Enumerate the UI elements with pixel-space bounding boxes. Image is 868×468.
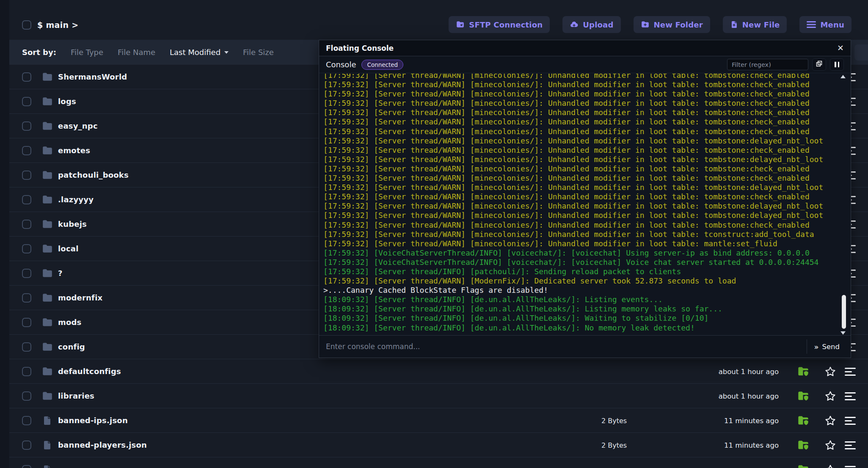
- filter-regex-input[interactable]: [727, 59, 808, 70]
- file-name: mods: [58, 318, 82, 327]
- green-folder-shield-icon[interactable]: [797, 439, 809, 451]
- row-menu-icon[interactable]: [845, 417, 857, 425]
- breadcrumb: $ main >: [37, 20, 78, 30]
- row-checkbox[interactable]: [22, 220, 31, 229]
- sort-option-last-modified[interactable]: Last Modified: [170, 48, 229, 57]
- row-checkbox[interactable]: [22, 416, 31, 425]
- folder-icon: [42, 194, 53, 205]
- file-name: local: [58, 244, 79, 253]
- sortbar-partial-button[interactable]: [854, 44, 868, 61]
- row-checkbox[interactable]: [22, 269, 31, 278]
- file-name: patchouli_books: [58, 171, 129, 179]
- row-checkbox[interactable]: [22, 342, 31, 352]
- console-log-line: [17:59:32] [Server thread/WARN] [minecol…: [323, 239, 850, 248]
- row-checkbox[interactable]: [22, 72, 31, 82]
- console-input-row: » Send: [319, 335, 851, 358]
- sort-by-label: Sort by:: [22, 48, 56, 57]
- green-folder-shield-icon[interactable]: [797, 415, 809, 427]
- folder-icon: [42, 145, 53, 156]
- row-menu-icon[interactable]: [845, 392, 857, 400]
- row-menu-icon[interactable]: [845, 368, 857, 376]
- row-checkbox[interactable]: [22, 465, 31, 468]
- row-checkbox[interactable]: [22, 244, 31, 253]
- file-modified: 11 minutes ago: [724, 441, 779, 449]
- sort-option-file-type[interactable]: File Type: [71, 48, 103, 57]
- console-command-input[interactable]: [319, 336, 807, 358]
- file-name: logs: [58, 97, 76, 106]
- file-name: defaultconfigs: [58, 367, 121, 376]
- folder-icon: [42, 268, 53, 279]
- sort-option-file-name[interactable]: File Name: [118, 48, 155, 57]
- new-file-label: New File: [742, 20, 780, 29]
- upload-label: Upload: [583, 20, 613, 29]
- pause-scroll-button[interactable]: [830, 58, 844, 71]
- star-icon[interactable]: [824, 390, 836, 402]
- folder-icon: [42, 219, 53, 230]
- row-checkbox[interactable]: [22, 97, 31, 106]
- file-row[interactable]: libraries about 1 hour ago: [9, 384, 868, 408]
- row-checkbox[interactable]: [22, 171, 31, 180]
- green-folder-shield-icon[interactable]: [797, 464, 809, 468]
- console-title-bar[interactable]: Floating Console ✕: [319, 40, 851, 56]
- file-row[interactable]: defaultconfigs about 1 hour ago: [9, 359, 868, 384]
- sftp-connection-label: SFTP Connection: [469, 20, 543, 29]
- console-log-line: [17:59:32] [Server thread/WARN] [minecol…: [323, 183, 850, 192]
- menu-button[interactable]: Menu: [799, 16, 851, 33]
- top-bar: $ main > SFTP Connection Upload New Fold…: [9, 0, 868, 40]
- folder-plus-icon: [641, 20, 650, 29]
- row-checkbox[interactable]: [22, 391, 31, 401]
- folder-icon: [42, 317, 53, 328]
- row-checkbox[interactable]: [22, 195, 31, 204]
- new-folder-button[interactable]: New Folder: [634, 16, 710, 33]
- send-button[interactable]: » Send: [807, 339, 847, 354]
- file-name: kubejs: [58, 220, 87, 228]
- row-checkbox[interactable]: [22, 367, 31, 376]
- sftp-connection-button[interactable]: SFTP Connection: [449, 16, 550, 33]
- console-log-line: [18:09:32] [Server thread/INFO] [de.un.a…: [323, 304, 850, 314]
- console-tab-row: Console Connected: [319, 56, 851, 73]
- sort-option-file-size[interactable]: File Size: [243, 48, 274, 57]
- send-label: Send: [822, 343, 840, 351]
- folder-icon: [42, 341, 53, 352]
- file-row[interactable]: banned-players.json 2 Bytes 11 minutes a…: [9, 433, 868, 457]
- console-log[interactable]: [17:59:32] [Server thread/WARN] [minecol…: [320, 74, 850, 335]
- row-checkbox[interactable]: [22, 146, 31, 155]
- console-log-line: [17:59:32] [Server thread/WARN] [minecol…: [323, 211, 850, 220]
- select-all-checkbox[interactable]: [22, 20, 31, 30]
- star-icon[interactable]: [824, 415, 836, 427]
- upload-button[interactable]: Upload: [562, 16, 620, 33]
- console-scrollbar-thumb[interactable]: [842, 295, 846, 329]
- file-modified: 11 minutes ago: [724, 417, 779, 425]
- green-folder-shield-icon[interactable]: [797, 390, 809, 402]
- row-checkbox[interactable]: [22, 293, 31, 303]
- folder-icon: [42, 170, 53, 181]
- row-checkbox[interactable]: [22, 440, 31, 450]
- row-menu-icon[interactable]: [845, 441, 857, 449]
- chevron-down-icon: [224, 51, 229, 54]
- new-file-button[interactable]: New File: [723, 16, 787, 33]
- menu-icon: [807, 21, 816, 28]
- console-log-line: [17:59:32] [Server thread/WARN] [ModernF…: [323, 276, 850, 286]
- close-icon[interactable]: ✕: [837, 44, 844, 52]
- star-icon[interactable]: [824, 439, 836, 451]
- console-log-lines: [17:59:32] [Server thread/WARN] [minecol…: [323, 74, 850, 333]
- star-icon[interactable]: [824, 366, 836, 377]
- scroll-down-arrow-icon[interactable]: [840, 331, 846, 335]
- console-log-line: [17:59:32] [Server thread/WARN] [minecol…: [323, 164, 850, 173]
- file-row[interactable]: banned-ips.json 2 Bytes 11 minutes ago: [9, 408, 868, 433]
- star-icon[interactable]: [824, 464, 836, 468]
- console-tab-label: Console: [326, 60, 356, 69]
- file-plus-icon: [730, 20, 738, 29]
- console-log-line: [18:09:32] [Server thread/INFO] [de.un.a…: [323, 314, 850, 323]
- green-folder-shield-icon[interactable]: [797, 366, 809, 377]
- row-checkbox[interactable]: [22, 318, 31, 327]
- copy-logs-button[interactable]: [812, 58, 826, 71]
- file-name: ?: [58, 269, 63, 278]
- file-size: 2 Bytes: [601, 441, 627, 449]
- sftp-folder-icon: [456, 20, 465, 29]
- row-menu-icon[interactable]: [845, 466, 857, 468]
- file-row[interactable]: [9, 457, 868, 468]
- row-checkbox[interactable]: [22, 121, 31, 131]
- console-log-line: [17:59:32] [Server thread/WARN] [minecol…: [323, 136, 850, 146]
- scroll-up-arrow-icon[interactable]: [840, 75, 846, 78]
